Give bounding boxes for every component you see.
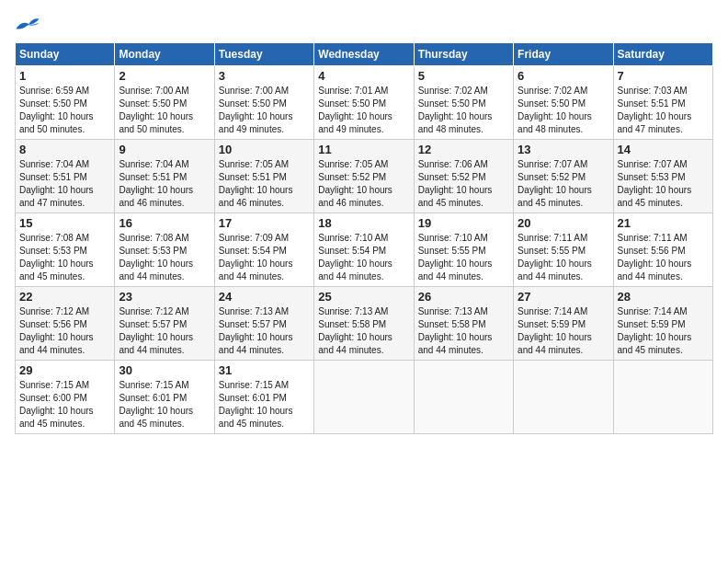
day-info: Sunrise: 7:14 AMSunset: 5:59 PMDaylight:…: [518, 305, 609, 357]
col-header-sunday: Sunday: [16, 43, 115, 66]
col-header-friday: Friday: [514, 43, 613, 66]
calendar-empty: [514, 361, 613, 434]
day-info: Sunrise: 7:15 AMSunset: 6:01 PMDaylight:…: [219, 379, 310, 431]
col-header-thursday: Thursday: [414, 43, 513, 66]
calendar-day-4: 4 Sunrise: 7:01 AMSunset: 5:50 PMDayligh…: [314, 66, 414, 140]
day-number: 2: [119, 69, 210, 83]
day-info: Sunrise: 7:15 AMSunset: 6:00 PMDaylight:…: [19, 379, 110, 431]
day-info: Sunrise: 7:00 AMSunset: 5:50 PMDaylight:…: [119, 85, 210, 136]
day-number: 24: [219, 290, 310, 304]
calendar-day-20: 20 Sunrise: 7:11 AMSunset: 5:55 PMDaylig…: [514, 213, 613, 287]
calendar-day-22: 22 Sunrise: 7:12 AMSunset: 5:56 PMDaylig…: [16, 287, 115, 361]
day-number: 23: [119, 290, 210, 304]
col-header-wednesday: Wednesday: [314, 43, 414, 66]
day-number: 16: [119, 216, 210, 230]
day-info: Sunrise: 7:04 AMSunset: 5:51 PMDaylight:…: [119, 158, 210, 210]
calendar-day-8: 8 Sunrise: 7:04 AMSunset: 5:51 PMDayligh…: [16, 140, 115, 213]
calendar-day-24: 24 Sunrise: 7:13 AMSunset: 5:57 PMDaylig…: [214, 287, 313, 361]
calendar-day-1: 1 Sunrise: 6:59 AMSunset: 5:50 PMDayligh…: [16, 66, 115, 140]
day-info: Sunrise: 7:15 AMSunset: 6:01 PMDaylight:…: [119, 379, 210, 431]
calendar-day-21: 21 Sunrise: 7:11 AMSunset: 5:56 PMDaylig…: [613, 213, 712, 287]
calendar-day-9: 9 Sunrise: 7:04 AMSunset: 5:51 PMDayligh…: [115, 140, 214, 213]
col-header-saturday: Saturday: [613, 43, 712, 66]
calendar-empty: [414, 361, 513, 434]
calendar-table: SundayMondayTuesdayWednesdayThursdayFrid…: [15, 42, 713, 434]
calendar-day-30: 30 Sunrise: 7:15 AMSunset: 6:01 PMDaylig…: [115, 361, 214, 434]
day-number: 27: [518, 290, 609, 304]
calendar-day-31: 31 Sunrise: 7:15 AMSunset: 6:01 PMDaylig…: [214, 361, 313, 434]
day-info: Sunrise: 7:10 AMSunset: 5:55 PMDaylight:…: [418, 232, 509, 283]
calendar-day-17: 17 Sunrise: 7:09 AMSunset: 5:54 PMDaylig…: [214, 213, 313, 287]
calendar-row: 22 Sunrise: 7:12 AMSunset: 5:56 PMDaylig…: [16, 287, 713, 361]
day-info: Sunrise: 7:07 AMSunset: 5:52 PMDaylight:…: [518, 158, 609, 210]
day-number: 20: [518, 216, 609, 230]
day-info: Sunrise: 7:13 AMSunset: 5:57 PMDaylight:…: [219, 305, 310, 357]
day-number: 5: [418, 69, 509, 83]
day-info: Sunrise: 6:59 AMSunset: 5:50 PMDaylight:…: [19, 85, 110, 136]
calendar-day-12: 12 Sunrise: 7:06 AMSunset: 5:52 PMDaylig…: [414, 140, 513, 213]
day-info: Sunrise: 7:04 AMSunset: 5:51 PMDaylight:…: [19, 158, 110, 210]
day-number: 17: [219, 216, 310, 230]
day-info: Sunrise: 7:14 AMSunset: 5:59 PMDaylight:…: [618, 305, 709, 357]
day-info: Sunrise: 7:02 AMSunset: 5:50 PMDaylight:…: [418, 85, 509, 136]
calendar-day-11: 11 Sunrise: 7:05 AMSunset: 5:52 PMDaylig…: [314, 140, 414, 213]
day-number: 8: [19, 143, 110, 156]
day-number: 10: [219, 143, 310, 156]
calendar-day-7: 7 Sunrise: 7:03 AMSunset: 5:51 PMDayligh…: [613, 66, 712, 140]
day-number: 22: [19, 290, 110, 304]
calendar-empty: [314, 361, 414, 434]
day-info: Sunrise: 7:02 AMSunset: 5:50 PMDaylight:…: [518, 85, 609, 136]
day-info: Sunrise: 7:11 AMSunset: 5:56 PMDaylight:…: [618, 232, 709, 283]
day-info: Sunrise: 7:10 AMSunset: 5:54 PMDaylight:…: [318, 232, 409, 283]
day-number: 15: [19, 216, 110, 230]
day-number: 21: [618, 216, 709, 230]
day-info: Sunrise: 7:07 AMSunset: 5:53 PMDaylight:…: [618, 158, 709, 210]
calendar-day-16: 16 Sunrise: 7:08 AMSunset: 5:53 PMDaylig…: [115, 213, 214, 287]
calendar-row: 15 Sunrise: 7:08 AMSunset: 5:53 PMDaylig…: [16, 213, 713, 287]
calendar-day-3: 3 Sunrise: 7:00 AMSunset: 5:50 PMDayligh…: [214, 66, 313, 140]
day-info: Sunrise: 7:13 AMSunset: 5:58 PMDaylight:…: [418, 305, 509, 357]
day-info: Sunrise: 7:05 AMSunset: 5:52 PMDaylight:…: [318, 158, 409, 210]
day-number: 31: [219, 363, 310, 377]
day-number: 9: [119, 143, 210, 156]
day-number: 14: [618, 143, 709, 156]
day-info: Sunrise: 7:12 AMSunset: 5:57 PMDaylight:…: [119, 305, 210, 357]
calendar-day-26: 26 Sunrise: 7:13 AMSunset: 5:58 PMDaylig…: [414, 287, 513, 361]
calendar-day-6: 6 Sunrise: 7:02 AMSunset: 5:50 PMDayligh…: [514, 66, 613, 140]
day-info: Sunrise: 7:05 AMSunset: 5:51 PMDaylight:…: [219, 158, 310, 210]
calendar-day-10: 10 Sunrise: 7:05 AMSunset: 5:51 PMDaylig…: [214, 140, 313, 213]
col-header-monday: Monday: [115, 43, 214, 66]
day-number: 30: [119, 363, 210, 377]
day-number: 25: [318, 290, 409, 304]
calendar-day-23: 23 Sunrise: 7:12 AMSunset: 5:57 PMDaylig…: [115, 287, 214, 361]
calendar-row: 29 Sunrise: 7:15 AMSunset: 6:00 PMDaylig…: [16, 361, 713, 434]
day-number: 1: [19, 69, 110, 83]
calendar-day-14: 14 Sunrise: 7:07 AMSunset: 5:53 PMDaylig…: [613, 140, 712, 213]
day-info: Sunrise: 7:01 AMSunset: 5:50 PMDaylight:…: [318, 85, 409, 136]
day-number: 19: [418, 216, 509, 230]
day-number: 18: [318, 216, 409, 230]
calendar-day-27: 27 Sunrise: 7:14 AMSunset: 5:59 PMDaylig…: [514, 287, 613, 361]
day-info: Sunrise: 7:03 AMSunset: 5:51 PMDaylight:…: [618, 85, 709, 136]
day-info: Sunrise: 7:12 AMSunset: 5:56 PMDaylight:…: [19, 305, 110, 357]
day-info: Sunrise: 7:08 AMSunset: 5:53 PMDaylight:…: [119, 232, 210, 283]
day-info: Sunrise: 7:08 AMSunset: 5:53 PMDaylight:…: [19, 232, 110, 283]
day-number: 26: [418, 290, 509, 304]
day-number: 4: [318, 69, 409, 83]
page-header: [15, 15, 713, 33]
calendar-row: 1 Sunrise: 6:59 AMSunset: 5:50 PMDayligh…: [16, 66, 713, 140]
day-number: 6: [518, 69, 609, 83]
day-info: Sunrise: 7:11 AMSunset: 5:55 PMDaylight:…: [518, 232, 609, 283]
calendar-day-29: 29 Sunrise: 7:15 AMSunset: 6:00 PMDaylig…: [16, 361, 115, 434]
calendar-day-13: 13 Sunrise: 7:07 AMSunset: 5:52 PMDaylig…: [514, 140, 613, 213]
calendar-day-5: 5 Sunrise: 7:02 AMSunset: 5:50 PMDayligh…: [414, 66, 513, 140]
day-number: 3: [219, 69, 310, 83]
day-info: Sunrise: 7:00 AMSunset: 5:50 PMDaylight:…: [219, 85, 310, 136]
calendar-day-18: 18 Sunrise: 7:10 AMSunset: 5:54 PMDaylig…: [314, 213, 414, 287]
col-header-tuesday: Tuesday: [214, 43, 313, 66]
day-number: 29: [19, 363, 110, 377]
day-info: Sunrise: 7:13 AMSunset: 5:58 PMDaylight:…: [318, 305, 409, 357]
calendar-day-28: 28 Sunrise: 7:14 AMSunset: 5:59 PMDaylig…: [613, 287, 712, 361]
day-number: 13: [518, 143, 609, 156]
calendar-day-19: 19 Sunrise: 7:10 AMSunset: 5:55 PMDaylig…: [414, 213, 513, 287]
